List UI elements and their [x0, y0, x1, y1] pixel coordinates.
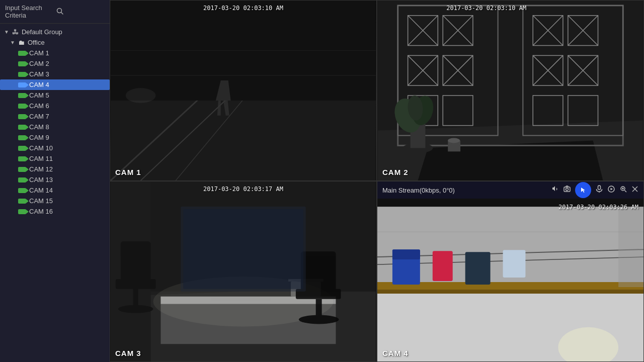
svg-rect-68 — [301, 251, 336, 292]
group-icon: 🖧 — [12, 28, 19, 36]
cam2-timestamp: 2017-03-20 02:03:10 AM — [446, 5, 575, 12]
cam-label: CAM 10 — [29, 144, 53, 152]
cam-label: CAM 8 — [29, 123, 49, 131]
cam3-label: CAM 3 — [115, 349, 141, 357]
root-label: Default Group — [22, 28, 62, 36]
snapshot-icon[interactable] — [563, 185, 571, 195]
camera-grid: 2017-03-20 02:03:10 AM CAM 1 — [110, 0, 644, 362]
cam-icon — [18, 72, 26, 77]
svg-marker-79 — [611, 188, 613, 191]
sidebar-item-cam11[interactable]: CAM 11 — [0, 153, 110, 164]
cam1-label: CAM 1 — [115, 168, 141, 176]
office-icon: 🖿 — [18, 39, 25, 46]
cam-label: CAM 1 — [29, 49, 49, 57]
sidebar-item-cam2[interactable]: CAM 2 — [0, 58, 110, 69]
camera-cell-1[interactable]: 2017-03-20 02:03:10 AM CAM 1 — [110, 0, 377, 181]
cam-label: CAM 11 — [29, 155, 53, 162]
sidebar-item-cam12[interactable]: CAM 12 — [0, 164, 110, 174]
svg-point-61 — [118, 305, 153, 313]
tree-group-office[interactable]: ▼ 🖿 Office — [0, 37, 110, 48]
svg-rect-76 — [598, 186, 601, 190]
sidebar-item-cam4[interactable]: CAM 4 — [0, 79, 110, 90]
cam-icon — [18, 146, 26, 151]
cam-icon — [18, 188, 26, 193]
sidebar-item-cam5[interactable]: CAM 5 — [0, 90, 110, 101]
sidebar-item-cam6[interactable]: CAM 6 — [0, 101, 110, 111]
cam2-label: CAM 2 — [382, 168, 409, 176]
svg-point-10 — [126, 88, 156, 103]
sidebar-item-cam14[interactable]: CAM 14 — [0, 185, 110, 196]
cam-icon — [18, 156, 26, 161]
cam-icon — [18, 82, 26, 87]
camera-cell-2[interactable]: 2017-03-20 02:03:10 AM CAM 2 — [377, 0, 644, 181]
cam-label: CAM 3 — [29, 70, 49, 78]
sidebar-item-cam8[interactable]: CAM 8 — [0, 122, 110, 132]
svg-point-52 — [448, 138, 460, 143]
close-icon[interactable] — [631, 186, 638, 195]
search-placeholder: Input Search Criteria — [5, 4, 53, 19]
camera-feed-4: Main Stream(0kbps, 0°0) — [377, 182, 643, 361]
cam4-timestamp: 2017-03-20 02:03:26 AM — [558, 204, 638, 211]
svg-rect-90 — [377, 290, 643, 294]
stream-toolbar: Main Stream(0kbps, 0°0) — [377, 182, 643, 199]
camera-feed-3: 2017-03-20 02:03:17 AM CAM 3 — [110, 182, 376, 361]
cam-label: CAM 15 — [29, 197, 53, 205]
svg-point-75 — [566, 188, 569, 191]
sidebar-item-cam15[interactable]: CAM 15 — [0, 196, 110, 206]
sidebar: Input Search Criteria ▼ 🖧 Default Group … — [0, 0, 110, 362]
sidebar-item-cam16[interactable]: CAM 16 — [0, 206, 110, 217]
svg-line-1 — [61, 12, 63, 14]
zoom-icon[interactable] — [619, 185, 627, 195]
sidebar-item-cam3[interactable]: CAM 3 — [0, 69, 110, 79]
speaker-icon[interactable] — [551, 185, 559, 195]
group-label: Office — [28, 39, 45, 46]
sidebar-item-cam1[interactable]: CAM 1 — [0, 48, 110, 58]
svg-rect-73 — [183, 209, 303, 289]
sidebar-item-cam10[interactable]: CAM 10 — [0, 143, 110, 153]
sidebar-item-cam9[interactable]: CAM 9 — [0, 132, 110, 143]
sidebar-item-cam7[interactable]: CAM 7 — [0, 111, 110, 122]
cam4-label: CAM 4 — [382, 349, 409, 357]
arrow-down-icon: ▼ — [4, 29, 9, 35]
cam-icon — [18, 167, 26, 172]
cam-icon — [18, 51, 26, 56]
cam-label: CAM 13 — [29, 176, 53, 184]
cam-label: CAM 7 — [29, 113, 49, 120]
cam-label: CAM 14 — [29, 187, 53, 194]
svg-rect-96 — [465, 252, 491, 285]
cam-icon — [18, 61, 26, 66]
arrow-down-icon: ▼ — [10, 40, 15, 45]
search-bar[interactable]: Input Search Criteria — [0, 0, 110, 24]
stream-label: Main Stream(0kbps, 0°0) — [382, 187, 546, 194]
search-icon[interactable] — [56, 8, 105, 16]
svg-rect-59 — [116, 279, 156, 289]
cam-label: CAM 2 — [29, 60, 49, 67]
camera-feed-1: 2017-03-20 02:03:10 AM CAM 1 — [110, 1, 376, 180]
cam-label: CAM 6 — [29, 102, 49, 110]
mic-icon[interactable] — [595, 185, 603, 195]
cam1-timestamp: 2017-03-20 02:03:10 AM — [203, 5, 283, 12]
tree-root-default-group[interactable]: ▼ 🖧 Default Group — [0, 27, 110, 37]
svg-rect-94 — [392, 249, 420, 259]
camera-cell-4[interactable]: Main Stream(0kbps, 0°0) — [377, 181, 644, 362]
tree-section: ▼ 🖧 Default Group ▼ 🖿 Office CAM 1 CAM 2… — [0, 24, 110, 220]
camera-feed-2: 2017-03-20 02:03:10 AM CAM 2 — [377, 1, 643, 180]
cam-icon — [18, 93, 26, 98]
active-tool-circle[interactable] — [575, 182, 591, 198]
toolbar-icons — [551, 182, 638, 198]
svg-rect-97 — [503, 250, 526, 278]
sidebar-item-cam13[interactable]: CAM 13 — [0, 174, 110, 185]
cam-icon — [18, 135, 26, 140]
cam-label: CAM 9 — [29, 134, 49, 141]
cam-icon — [18, 177, 26, 183]
camera-cell-3[interactable]: 2017-03-20 02:03:17 AM CAM 3 — [110, 181, 377, 362]
svg-point-71 — [299, 315, 339, 324]
play-icon[interactable] — [607, 185, 615, 195]
cam-label: CAM 16 — [29, 208, 53, 215]
cam-icon — [18, 104, 26, 109]
cam-icon — [18, 114, 26, 119]
cam-icon — [18, 199, 26, 204]
svg-rect-95 — [433, 251, 453, 281]
cam-label: CAM 12 — [29, 165, 53, 173]
cam3-timestamp: 2017-03-20 02:03:17 AM — [203, 186, 283, 193]
